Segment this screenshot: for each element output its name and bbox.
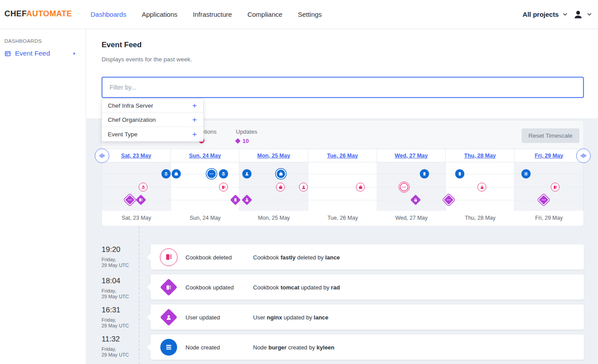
timeline-marker-user[interactable] — [242, 169, 252, 179]
user-menu-chevron-icon[interactable] — [586, 11, 593, 18]
day-header-tue[interactable]: Tue, 26 May — [308, 149, 377, 162]
event-type-label: Node created — [185, 344, 220, 350]
page-subtitle: Displays events for the past week. — [102, 56, 192, 63]
axis-label-sun: Sun, 24 May — [171, 211, 240, 226]
timeline-scroll-right-button[interactable] — [576, 149, 591, 163]
day-header-wed[interactable]: Wed, 27 May — [377, 149, 446, 162]
timeline-marker-bag[interactable] — [356, 183, 365, 191]
nav-compliance[interactable]: Compliance — [247, 11, 282, 18]
event-card-node-created[interactable]: Node created Node burger created by kyle… — [151, 334, 584, 360]
day-header-sat[interactable]: Sat, 23 May — [102, 149, 171, 162]
timeline-marker-user[interactable] — [299, 183, 308, 191]
filter-bar — [102, 77, 584, 98]
gridline-updated-row — [102, 200, 583, 200]
event-date: Friday,29 May UTC — [102, 257, 139, 268]
cookbook-updated-icon — [160, 278, 178, 296]
event-date: Friday,29 May UTC — [102, 288, 139, 300]
event-date: Friday,29 May UTC — [102, 317, 139, 329]
grid-column-mon — [239, 162, 308, 211]
plus-icon — [192, 131, 197, 137]
sidebar-item-event-feed[interactable]: Event Feed — [4, 49, 81, 57]
grid-column-wed — [377, 162, 446, 211]
sidebar-section-label: DASHBOARDS — [4, 38, 42, 44]
timeline-marker-bag[interactable] — [172, 169, 181, 179]
filter-input[interactable] — [102, 78, 583, 97]
timeline-marker-bag[interactable] — [276, 183, 285, 191]
axis-label-fri: Fri, 29 May — [515, 211, 583, 226]
gridline-deleted-row — [102, 187, 583, 188]
dropdown-item-event-type[interactable]: Event Type — [102, 127, 203, 141]
dropdown-item-chef-organization[interactable]: Chef Organization — [102, 113, 203, 127]
dropdown-item-label: Chef Organization — [108, 116, 156, 123]
updates-count: 10 — [236, 138, 257, 144]
event-card-cookbook-deleted[interactable]: Cookbook deleted Cookbook fastly deleted… — [151, 244, 584, 270]
timeline-marker-dots[interactable] — [207, 169, 217, 179]
event-description: User nginx updated by lance — [253, 314, 329, 320]
event-timestamp: 11:32 Friday,29 May UTC — [102, 335, 139, 358]
event-time: 16:31 — [102, 306, 139, 315]
nav-dashboards[interactable]: Dashboards — [91, 11, 126, 18]
updates-diamond-icon — [235, 138, 241, 144]
event-timestamp: 18:04 Friday,29 May UTC — [102, 277, 139, 300]
timeline-marker-dots[interactable] — [399, 182, 410, 193]
page-title: Event Feed — [102, 41, 142, 49]
event-timestamp: 16:31 Friday,29 May UTC — [102, 306, 139, 329]
day-header-thu[interactable]: Thu, 28 May — [446, 149, 515, 162]
event-description: Node burger created by kyleen — [253, 344, 334, 350]
projects-filter-button[interactable]: All projects — [522, 11, 559, 18]
timeline-marker-book[interactable] — [551, 183, 560, 191]
nav-right-cluster: All projects — [522, 0, 593, 29]
reset-timescale-button[interactable]: Reset Timescale — [522, 128, 579, 143]
event-type-label: User updated — [185, 314, 220, 320]
expand-arrow-icon[interactable] — [72, 52, 76, 56]
timeline-marker-book[interactable] — [219, 183, 228, 191]
axis-label-wed: Wed, 27 May — [377, 211, 446, 226]
stat-updates: Updates 10 — [236, 128, 257, 144]
day-header-mon[interactable]: Mon, 25 May — [239, 149, 308, 162]
timeline-marker-node[interactable] — [455, 169, 465, 179]
timeline-marker-layers[interactable] — [139, 183, 148, 191]
axis-label-mon: Mon, 25 May — [239, 211, 308, 226]
event-card-user-updated[interactable]: User updated User nginx updated by lance — [151, 304, 584, 330]
event-time: 19:20 — [102, 245, 139, 254]
timeline-day-header: Sat, 23 May Sun, 24 May Mon, 25 May Tue,… — [102, 149, 583, 162]
user-avatar-icon[interactable] — [573, 10, 583, 19]
sidebar: DASHBOARDS Event Feed — [0, 29, 86, 364]
nav-infrastructure[interactable]: Infrastructure — [193, 11, 232, 18]
timeline-marker-lock[interactable] — [477, 183, 486, 191]
filter-dropdown: Chef Infra Server Chef Organization Even… — [102, 98, 204, 142]
axis-label-tue: Tue, 26 May — [308, 211, 377, 226]
top-nav-bar: CHEFAUTOMATE Dashboards Applications Inf… — [0, 0, 598, 29]
dropdown-item-chef-infra-server[interactable]: Chef Infra Server — [102, 99, 203, 113]
event-description: Cookbook tomcat updated by rad — [253, 284, 340, 290]
chef-automate-app: CHEFAUTOMATE Dashboards Applications Inf… — [0, 0, 598, 364]
nav-settings[interactable]: Settings — [298, 11, 322, 18]
event-description: Cookbook fastly deleted by lance — [253, 254, 340, 260]
timeline-marker-layers[interactable] — [162, 169, 171, 179]
timeline-axis: Sat, 23 May Sun, 24 May Mon, 25 May Tue,… — [102, 211, 583, 226]
event-feed-connector-line — [139, 226, 140, 364]
day-header-sun[interactable]: Sun, 24 May — [171, 149, 240, 162]
chevron-down-icon[interactable] — [562, 11, 568, 18]
day-header-fri[interactable]: Fri, 29 May — [515, 149, 583, 162]
dropdown-item-label: Chef Infra Server — [108, 102, 153, 109]
grid-column-sat — [102, 162, 171, 211]
chef-automate-logo[interactable]: CHEFAUTOMATE — [4, 9, 72, 19]
axis-label-thu: Thu, 28 May — [446, 211, 515, 226]
logo-automate: AUTOMATE — [26, 9, 72, 18]
nav-applications[interactable]: Applications — [142, 11, 178, 18]
timeline-scroll-left-button[interactable] — [95, 149, 110, 163]
timeline-marker-bag[interactable] — [276, 169, 286, 179]
grid-column-sun — [171, 162, 240, 211]
calendar-icon — [4, 50, 11, 57]
timeline-marker-layers[interactable] — [219, 169, 228, 179]
event-date: Friday,29 May UTC — [102, 346, 139, 358]
event-time: 18:04 — [102, 277, 139, 285]
logo-chef: CHEF — [4, 9, 26, 18]
event-card-cookbook-updated[interactable]: Cookbook updated Cookbook tomcat updated… — [151, 274, 584, 300]
primary-nav: Dashboards Applications Infrastructure C… — [91, 0, 322, 29]
grid-column-tue — [308, 162, 377, 211]
timeline-marker-node[interactable] — [420, 169, 429, 179]
event-type-label: Cookbook updated — [185, 284, 234, 290]
timeline-marker-list[interactable] — [522, 169, 531, 179]
